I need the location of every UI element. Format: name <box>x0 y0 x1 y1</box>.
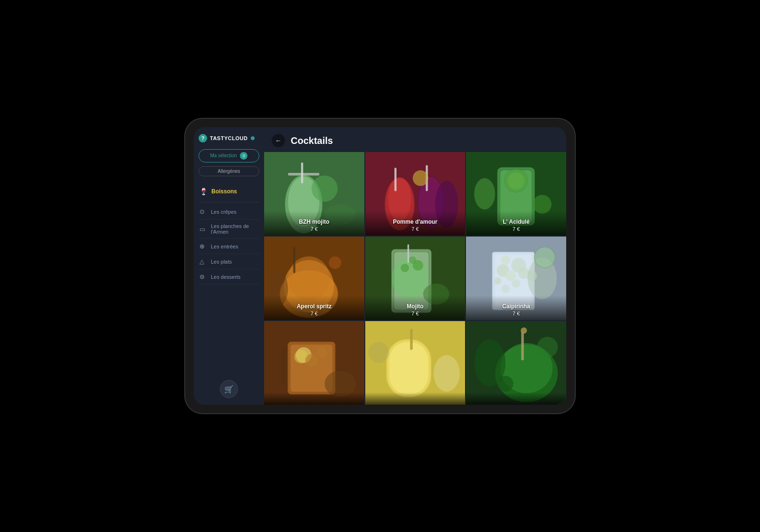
cocktail-name: L' Acidulé <box>471 218 561 225</box>
svg-point-47 <box>494 277 501 285</box>
card-overlay: L' Acidulé 7 € <box>466 211 566 236</box>
planches-icon: ▭ <box>200 226 207 233</box>
svg-point-33 <box>400 264 409 272</box>
boissons-icon: 🍷 <box>200 188 208 195</box>
sidebar: ? TASTYCLOUD Ma sélection 0 Allergènes 🍷… <box>194 127 264 405</box>
crepes-label: Les crêpes <box>211 209 237 215</box>
svg-point-72 <box>521 327 527 333</box>
svg-rect-6 <box>301 162 303 183</box>
brand-name: TASTYCLOUD <box>210 135 247 141</box>
cocktail-name: Aperol spritz <box>269 303 360 310</box>
svg-rect-63 <box>389 342 428 394</box>
selection-badge: 0 <box>240 152 247 160</box>
active-nav-section[interactable]: 🍷 Boissons <box>199 185 259 198</box>
sidebar-item-entrees[interactable]: ⊕ Les entrées <box>199 239 259 254</box>
svg-point-45 <box>501 256 511 265</box>
cocktail-price: 7 € <box>269 226 360 232</box>
cocktail-card-aperol-spritz[interactable]: Aperol spritz 7 € <box>264 237 364 320</box>
sidebar-header: ? TASTYCLOUD <box>199 134 259 142</box>
back-button[interactable]: ← <box>272 134 285 147</box>
cocktail-card-bzh-mojito[interactable]: BZH mojito 7 € <box>264 152 364 236</box>
card-overlay <box>264 392 364 405</box>
cocktail-name: Pomme d'amour <box>370 218 461 225</box>
svg-rect-60 <box>283 347 285 384</box>
page-title: Cocktails <box>291 135 333 146</box>
card-overlay: Pomme d'amour 7 € <box>365 211 466 236</box>
svg-point-46 <box>512 279 521 288</box>
plats-label: Les plats <box>211 259 232 265</box>
allergenes-button[interactable]: Allergènes <box>199 166 259 176</box>
svg-rect-64 <box>410 329 413 350</box>
cocktail-price: 7 € <box>370 226 461 232</box>
cocktail-price: 7 € <box>471 226 561 232</box>
card-overlay: Mojito 7 € <box>365 295 466 320</box>
svg-point-57 <box>305 354 318 366</box>
svg-rect-12 <box>394 168 396 191</box>
nav-divider <box>199 202 259 202</box>
svg-point-35 <box>409 256 416 264</box>
svg-rect-71 <box>522 332 524 361</box>
cocktail-card-bottom1[interactable] <box>264 321 364 405</box>
cocktail-card-mojito[interactable]: Mojito 7 € <box>365 237 466 320</box>
svg-point-58 <box>317 347 327 358</box>
sidebar-item-plats[interactable]: △ Les plats <box>199 254 259 269</box>
cocktail-name: BZH mojito <box>269 218 360 225</box>
card-overlay: Caïpirinha 7 € <box>466 295 566 320</box>
cocktail-card-lacidule[interactable]: L' Acidulé 7 € <box>466 152 566 236</box>
ma-selection-button[interactable]: Ma sélection 0 <box>199 149 259 162</box>
main-content: ← Cocktails <box>264 127 566 405</box>
plats-icon: △ <box>200 258 207 265</box>
card-overlay: BZH mojito 7 € <box>264 211 364 236</box>
desserts-icon: ⊜ <box>200 273 207 280</box>
device-frame: ? TASTYCLOUD Ma sélection 0 Allergènes 🍷… <box>185 119 575 413</box>
planches-label: Les planches de l'Armen <box>211 223 258 235</box>
card-overlay: Aperol spritz 7 € <box>264 295 364 320</box>
crepes-icon: ⊙ <box>200 208 207 215</box>
cocktail-price: 7 € <box>471 311 561 316</box>
cocktails-grid: BZH mojito 7 € <box>264 152 566 405</box>
svg-point-67 <box>368 342 389 363</box>
svg-point-66 <box>433 355 459 392</box>
svg-rect-26 <box>293 247 295 273</box>
cocktail-card-bottom2[interactable] <box>365 321 466 405</box>
cocktail-card-bottom3[interactable] <box>466 321 566 405</box>
desserts-label: Les desserts <box>211 274 240 280</box>
svg-point-14 <box>412 171 428 186</box>
cocktail-name: Caïpirinha <box>471 303 561 310</box>
content-header: ← Cocktails <box>264 127 566 152</box>
entrees-label: Les entrées <box>211 244 238 249</box>
svg-point-21 <box>475 178 495 209</box>
svg-point-49 <box>502 285 510 293</box>
svg-point-51 <box>534 247 555 268</box>
svg-point-75 <box>498 376 513 392</box>
cart-button[interactable]: 🛒 <box>220 380 238 398</box>
help-icon[interactable]: ? <box>199 134 207 142</box>
sidebar-item-crepes[interactable]: ⊙ Les crêpes <box>199 204 259 219</box>
svg-point-43 <box>506 271 516 281</box>
cocktail-name: Mojito <box>370 303 461 310</box>
active-nav-label: Boissons <box>211 188 237 195</box>
sidebar-bottom: 🛒 <box>220 380 238 398</box>
svg-point-74 <box>537 337 558 358</box>
card-overlay <box>466 392 566 405</box>
brand-dot-icon <box>251 136 255 140</box>
cocktail-card-caipirinha[interactable]: Caïpirinha 7 € <box>466 237 566 320</box>
entrees-icon: ⊕ <box>200 243 207 250</box>
sidebar-item-desserts[interactable]: ⊜ Les desserts <box>199 269 259 285</box>
svg-point-19 <box>508 172 524 189</box>
card-overlay <box>365 392 466 405</box>
svg-point-27 <box>329 256 341 269</box>
svg-point-4 <box>312 176 338 202</box>
svg-rect-36 <box>407 245 408 263</box>
sidebar-item-planches[interactable]: ▭ Les planches de l'Armen <box>199 219 259 239</box>
cocktail-price: 7 € <box>269 311 360 316</box>
device-screen: ? TASTYCLOUD Ma sélection 0 Allergènes 🍷… <box>194 127 566 405</box>
cocktail-price: 7 € <box>370 311 461 316</box>
svg-rect-3 <box>288 173 319 176</box>
cocktail-card-pomme-damour[interactable]: Pomme d'amour 7 € <box>365 152 466 236</box>
